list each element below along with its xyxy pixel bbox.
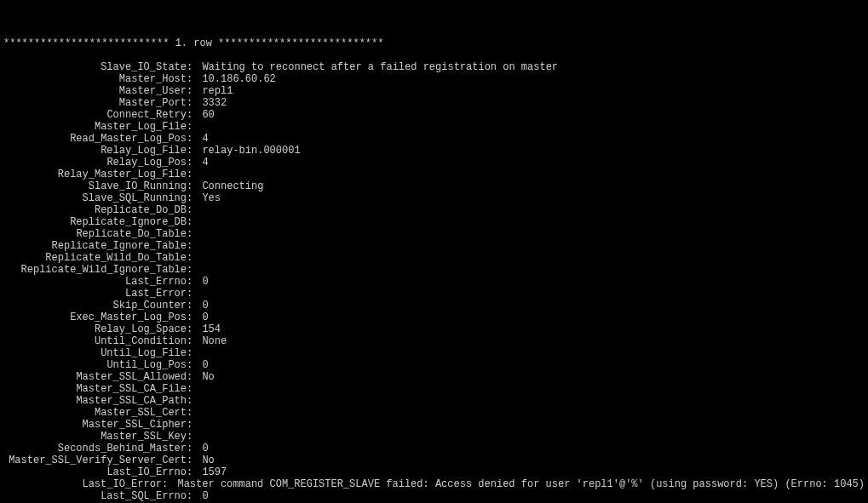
status-row: Skip_Counter: 0	[3, 300, 865, 312]
status-row: Relay_Log_Pos: 4	[3, 157, 865, 169]
field-label: Master_SSL_Allowed	[3, 371, 187, 383]
field-label: Master_Log_File	[3, 121, 187, 133]
field-label: Master_Port	[3, 97, 187, 109]
status-row: Last_IO_Errno: 1597	[3, 466, 865, 478]
field-label: Read_Master_Log_Pos	[3, 133, 187, 145]
status-row: Replicate_Ignore_Table:	[3, 240, 865, 252]
field-value: 60	[202, 109, 214, 121]
field-separator: :	[187, 395, 202, 407]
field-label: Replicate_Wild_Ignore_Table	[3, 264, 187, 276]
field-separator: :	[187, 204, 202, 216]
status-row: Master_SSL_CA_File:	[3, 383, 865, 395]
status-row: Until_Log_Pos: 0	[3, 359, 865, 371]
field-label: Relay_Log_Pos	[3, 157, 187, 169]
field-label: Seconds_Behind_Master	[3, 443, 187, 454]
field-separator: :	[187, 335, 202, 347]
field-label: Replicate_Do_Table	[3, 228, 187, 240]
status-row: Replicate_Wild_Ignore_Table:	[3, 264, 865, 276]
field-label: Replicate_Ignore_Table	[3, 240, 187, 252]
status-row: Master_SSL_Verify_Server_Cert: No	[3, 454, 865, 466]
field-label: Skip_Counter	[3, 300, 187, 312]
field-label: Replicate_Ignore_DB	[3, 216, 187, 228]
slave-status-output: Slave_IO_State: Waiting to reconnect aft…	[3, 61, 865, 502]
field-separator: :	[187, 359, 202, 371]
status-row: Last_Error:	[3, 288, 865, 300]
field-label: Last_IO_Errno	[3, 466, 187, 478]
status-row: Master_Log_File:	[3, 121, 865, 133]
status-row: Slave_SQL_Running: Yes	[3, 192, 865, 204]
status-row: Slave_IO_Running: Connecting	[3, 180, 865, 192]
field-separator: :	[187, 431, 202, 443]
status-row: Last_SQL_Errno: 0	[3, 490, 865, 502]
field-label: Last_Error	[3, 288, 187, 300]
field-separator: :	[187, 454, 202, 466]
field-label: Master_Host	[3, 73, 187, 85]
field-separator: :	[187, 252, 202, 264]
status-row: Last_IO_Error: Master command COM_REGIST…	[3, 478, 865, 490]
field-label: Last_IO_Error	[3, 478, 162, 490]
field-label: Master_SSL_Cert	[3, 407, 187, 419]
field-label: Relay_Log_File	[3, 145, 187, 157]
field-value: 10.186.60.62	[202, 73, 275, 85]
field-label: Master_SSL_Key	[3, 431, 187, 443]
field-separator: :	[187, 228, 202, 240]
status-row: Relay_Log_File: relay-bin.000001	[3, 145, 865, 157]
field-separator: :	[187, 73, 202, 85]
field-value: 0	[202, 443, 208, 454]
status-row: Master_User: repl1	[3, 85, 865, 97]
field-separator: :	[187, 157, 202, 169]
field-separator: :	[187, 288, 202, 300]
status-row: Last_Errno: 0	[3, 276, 865, 288]
field-value: 1597	[202, 466, 227, 478]
status-row: Master_SSL_CA_Path:	[3, 395, 865, 407]
status-row: Replicate_Do_DB:	[3, 204, 865, 216]
field-label: Slave_IO_State	[3, 61, 187, 73]
field-separator: :	[187, 264, 202, 276]
status-row: Until_Condition: None	[3, 335, 865, 347]
field-label: Slave_IO_Running	[3, 180, 187, 192]
field-separator: :	[187, 419, 202, 431]
field-label: Connect_Retry	[3, 109, 187, 121]
field-value: repl1	[202, 85, 233, 97]
field-separator: :	[187, 169, 202, 180]
field-value: 0	[202, 312, 208, 323]
field-value: Connecting	[202, 180, 263, 192]
field-label: Master_SSL_Cipher	[3, 419, 187, 431]
status-row: Master_SSL_Cipher:	[3, 419, 865, 431]
status-row: Replicate_Do_Table:	[3, 228, 865, 240]
field-separator: :	[187, 109, 202, 121]
field-value: No	[202, 371, 214, 383]
field-separator: :	[187, 371, 202, 383]
status-row: Relay_Master_Log_File:	[3, 169, 865, 180]
status-row: Master_SSL_Key:	[3, 431, 865, 443]
field-separator: :	[187, 133, 202, 145]
field-separator: :	[187, 145, 202, 157]
status-row: Master_SSL_Cert:	[3, 407, 865, 419]
field-separator: :	[187, 347, 202, 359]
field-value: 0	[202, 276, 208, 288]
status-row: Replicate_Ignore_DB:	[3, 216, 865, 228]
field-value: 154	[202, 323, 221, 335]
field-label: Master_SSL_CA_Path	[3, 395, 187, 407]
field-label: Last_Errno	[3, 276, 187, 288]
field-label: Until_Condition	[3, 335, 187, 347]
field-separator: :	[187, 61, 202, 73]
field-value: Yes	[202, 192, 221, 204]
field-label: Until_Log_File	[3, 347, 187, 359]
status-row: Exec_Master_Log_Pos: 0	[3, 312, 865, 323]
status-row: Connect_Retry: 60	[3, 109, 865, 121]
field-label: Last_SQL_Errno	[3, 490, 187, 502]
field-separator: :	[187, 300, 202, 312]
field-value: Waiting to reconnect after a failed regi…	[202, 61, 558, 73]
field-separator: :	[187, 383, 202, 395]
field-value: 0	[202, 359, 208, 371]
status-row: Seconds_Behind_Master: 0	[3, 443, 865, 454]
field-separator: :	[187, 240, 202, 252]
field-separator: :	[187, 97, 202, 109]
field-label: Relay_Log_Space	[3, 323, 187, 335]
field-separator: :	[187, 312, 202, 323]
field-separator: :	[187, 490, 202, 502]
status-header: *************************** 1. row *****…	[3, 37, 865, 49]
field-separator: :	[187, 216, 202, 228]
field-label: Slave_SQL_Running	[3, 192, 187, 204]
